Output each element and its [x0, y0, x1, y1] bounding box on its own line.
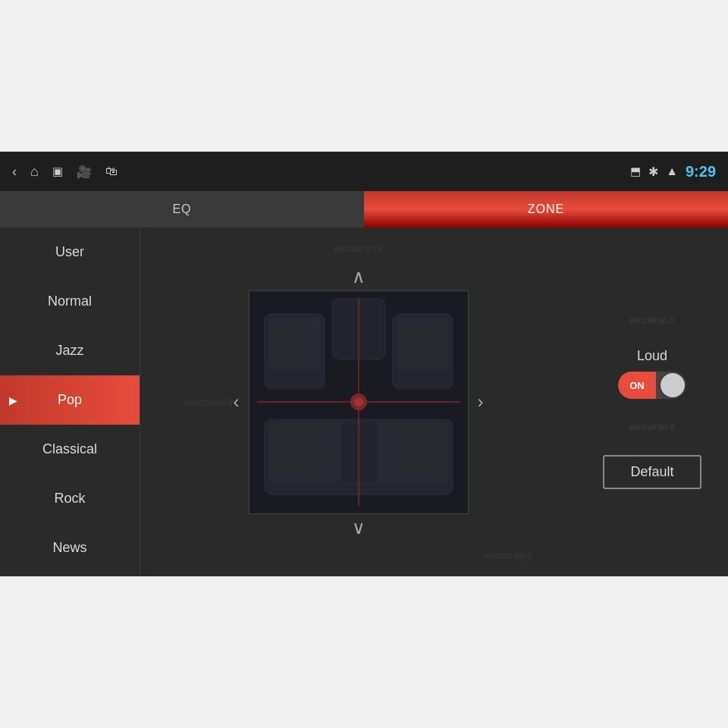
camera-icon[interactable]: 🎥 [77, 165, 92, 179]
svg-rect-3 [268, 317, 321, 370]
cast-icon: ⬒ [630, 165, 641, 178]
loud-section: Loud ON [618, 348, 686, 399]
zone-row: ‹ [231, 290, 487, 514]
svg-rect-5 [396, 317, 449, 370]
sidebar-item-user[interactable]: User [0, 228, 140, 277]
status-bar: ‹ ⌂ ▣ 🎥 🛍 ⬒ ✱ ▲ 9:29 [0, 152, 728, 191]
sidebar-item-classical[interactable]: Classical [0, 425, 140, 474]
wifi-icon: ▲ [666, 165, 678, 178]
sidebar-item-news[interactable]: News [0, 523, 140, 573]
home-icon[interactable]: ⌂ [30, 164, 39, 180]
watermark-bottom: wincairan.ir [483, 550, 533, 561]
arrow-up[interactable]: ∧ [337, 263, 381, 290]
sidebar-item-normal[interactable]: Normal [0, 277, 140, 326]
arrow-down[interactable]: ∨ [337, 514, 381, 541]
watermark-top: wincairan.ir [334, 243, 384, 254]
watermark-right2: wincairan.ir [629, 422, 676, 432]
sidebar-item-jazz[interactable]: Jazz [0, 326, 140, 375]
main-content: User Normal Jazz ▶ Pop Classical Rock [0, 228, 728, 576]
toggle-thumb [661, 373, 685, 397]
toggle-on-label: ON [618, 372, 656, 399]
watermark-left: wincairan.ir [184, 397, 234, 408]
right-panel: wincairan.ir Loud ON wincairan.ir Defaul… [576, 228, 728, 576]
arrow-left[interactable]: ‹ [231, 388, 243, 416]
zone-map[interactable] [249, 290, 469, 514]
status-bar-right: ⬒ ✱ ▲ 9:29 [630, 163, 716, 180]
multitask-icon[interactable]: ▣ [52, 165, 63, 178]
status-bar-left: ‹ ⌂ ▣ 🎥 🛍 [12, 164, 617, 180]
tab-bar: EQ ZONE [0, 191, 728, 228]
loud-label: Loud [637, 348, 667, 364]
center-area: wincairan.ir wincairan.ir wincairan.ir ∧… [140, 228, 576, 576]
svg-point-12 [354, 397, 363, 406]
default-button[interactable]: Default [603, 455, 701, 489]
tab-zone[interactable]: ZONE [364, 191, 728, 228]
sidebar: User Normal Jazz ▶ Pop Classical Rock [0, 228, 140, 576]
bag-icon[interactable]: 🛍 [105, 165, 118, 178]
device-screen: ‹ ⌂ ▣ 🎥 🛍 ⬒ ✱ ▲ 9:29 EQ ZONE [0, 152, 728, 576]
zone-map-container [249, 290, 469, 514]
loud-toggle[interactable]: ON [618, 372, 686, 399]
outer-frame: ‹ ⌂ ▣ 🎥 🛍 ⬒ ✱ ▲ 9:29 EQ ZONE [0, 0, 728, 728]
watermark-right: wincairan.ir [629, 315, 676, 325]
car-interior-svg [249, 291, 468, 513]
sidebar-item-rock[interactable]: Rock [0, 474, 140, 523]
sidebar-item-pop[interactable]: ▶ Pop [0, 375, 140, 425]
tab-eq[interactable]: EQ [0, 191, 364, 228]
arrow-right[interactable]: › [475, 388, 487, 416]
bluetooth-icon: ✱ [648, 165, 658, 179]
back-icon[interactable]: ‹ [12, 164, 17, 180]
play-icon: ▶ [9, 394, 17, 406]
time-display: 9:29 [686, 163, 716, 180]
